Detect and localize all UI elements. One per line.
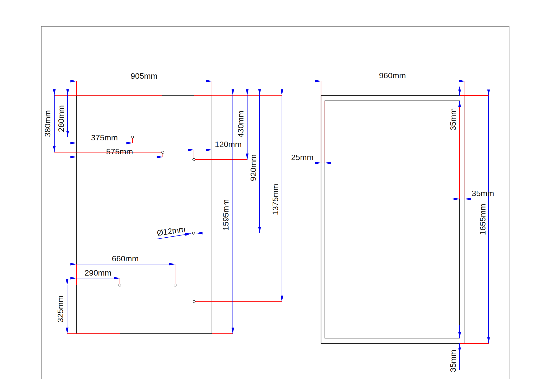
label-diameter-12mm: Ø12mm	[156, 225, 186, 237]
right-plate-inner-outline	[325, 101, 460, 338]
label-35mm-bottom: 35mm	[448, 350, 458, 372]
hole-e	[193, 300, 195, 303]
label-280mm: 280mm	[57, 105, 66, 132]
label-960mm: 960mm	[379, 71, 406, 80]
label-430mm: 430mm	[236, 111, 245, 137]
hole-f	[174, 284, 176, 286]
label-375mm: 375mm	[91, 133, 118, 142]
label-25mm: 25mm	[291, 153, 314, 162]
label-35mm-top: 35mm	[448, 108, 458, 130]
hole-a	[131, 136, 134, 138]
hole-b	[161, 151, 164, 153]
hole-c	[193, 158, 195, 161]
left-plate-dimension-lines	[54, 81, 282, 334]
right-plate-outer-outline	[321, 96, 465, 343]
hole-g	[119, 284, 121, 286]
label-35mm-right: 35mm	[472, 189, 494, 198]
label-1595mm: 1595mm	[221, 199, 230, 230]
label-575mm: 575mm	[106, 147, 133, 156]
label-660mm: 660mm	[112, 254, 139, 263]
cad-drawing-page: 905mm 380mm 280mm 375mm 575mm 120mm 430m…	[0, 0, 555, 392]
label-1655mm: 1655mm	[478, 204, 487, 235]
left-plate-outline	[76, 95, 212, 334]
right-plate-extension-lines	[321, 81, 489, 343]
label-325mm: 325mm	[56, 295, 65, 322]
technical-drawing: 905mm 380mm 280mm 375mm 575mm 120mm 430m…	[0, 0, 555, 392]
label-120mm: 120mm	[215, 140, 241, 149]
label-290mm: 290mm	[84, 268, 111, 277]
right-plate-dimension-lines	[291, 81, 495, 370]
left-plate-extension-lines	[54, 81, 282, 334]
hole-d	[192, 232, 195, 234]
label-905mm: 905mm	[131, 71, 157, 80]
left-plate-holes	[119, 136, 195, 303]
label-1375mm: 1375mm	[271, 184, 280, 215]
label-380mm: 380mm	[43, 110, 52, 137]
label-920mm: 920mm	[249, 154, 258, 181]
